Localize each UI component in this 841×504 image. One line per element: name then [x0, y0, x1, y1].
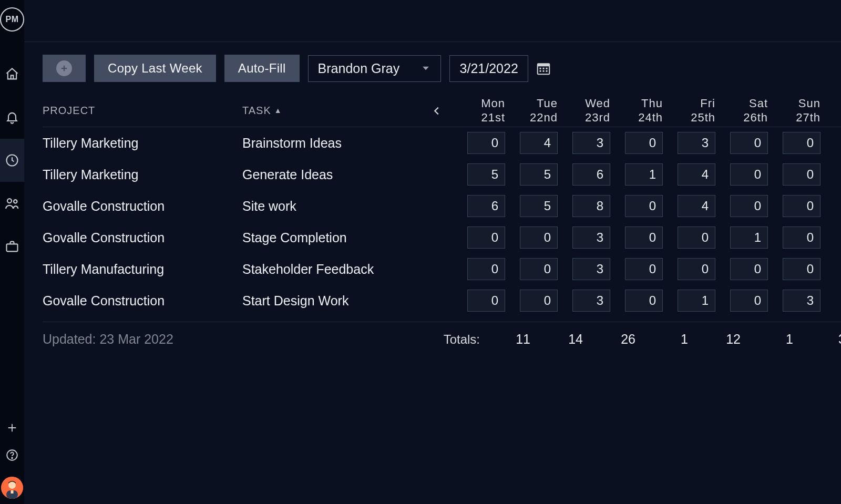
hours-input[interactable]: 0 — [783, 227, 821, 249]
sidebar-bottom — [1, 422, 23, 504]
task-cell: Stage Completion — [242, 230, 421, 245]
day-of-month: 23rd — [558, 111, 610, 125]
hours-input[interactable]: 0 — [467, 227, 505, 249]
nav-home[interactable] — [0, 53, 24, 96]
hours-input[interactable]: 3 — [572, 132, 610, 154]
hours-input[interactable]: 3 — [783, 290, 821, 312]
hours-input[interactable]: 0 — [678, 258, 715, 280]
hours-input[interactable]: 0 — [730, 258, 768, 280]
app-logo: PM — [0, 7, 24, 32]
hours-input[interactable]: 0 — [625, 132, 663, 154]
project-cell: Tillery Marketing — [43, 136, 242, 151]
hours-input[interactable]: 0 — [730, 132, 768, 154]
main-content: Copy Last Week Auto-Fill Brandon Gray 3/… — [25, 0, 841, 504]
project-cell: Govalle Construction — [43, 293, 242, 308]
hours-input[interactable]: 5 — [520, 163, 558, 186]
calendar-button[interactable] — [535, 59, 552, 77]
hours-input[interactable]: 0 — [730, 195, 768, 217]
hours-input[interactable]: 0 — [730, 163, 768, 186]
hours-input[interactable]: 0 — [520, 290, 558, 312]
svg-point-5 — [12, 458, 13, 459]
svg-rect-14 — [546, 68, 548, 69]
svg-rect-12 — [540, 68, 541, 69]
chevron-down-icon — [420, 63, 431, 74]
hours-input[interactable]: 4 — [678, 195, 715, 217]
hours-input[interactable]: 6 — [467, 195, 505, 217]
hours-input[interactable]: 0 — [783, 132, 821, 154]
totals-label: Totals: — [421, 332, 484, 347]
hours-input[interactable]: 1 — [730, 227, 768, 249]
svg-rect-17 — [546, 70, 548, 72]
hours-input[interactable]: 0 — [625, 195, 663, 217]
hours-input[interactable]: 0 — [520, 227, 558, 249]
week-date-input[interactable]: 3/21/2022 — [449, 55, 528, 82]
col-task[interactable]: TASK ▲ — [242, 105, 421, 117]
day-header: Sat26th — [715, 97, 768, 125]
svg-rect-9 — [11, 490, 14, 493]
nav-add[interactable] — [6, 422, 18, 434]
hours-input[interactable]: 0 — [467, 132, 505, 154]
hours-input[interactable]: 8 — [572, 195, 610, 217]
hours-input[interactable]: 0 — [467, 290, 505, 312]
hours-input[interactable]: 5 — [467, 163, 505, 186]
col-project[interactable]: PROJECT — [43, 105, 242, 117]
hours-input[interactable]: 0 — [467, 258, 505, 280]
total-value: 11 — [484, 332, 537, 347]
hours-input[interactable]: 0 — [730, 290, 768, 312]
day-of-month: 24th — [610, 111, 663, 125]
day-of-week: Wed — [558, 97, 610, 110]
sort-asc-icon: ▲ — [274, 106, 282, 115]
day-of-week: Mon — [453, 97, 505, 110]
nav-notifications[interactable] — [0, 96, 24, 139]
nav-help[interactable] — [5, 448, 19, 462]
user-select[interactable]: Brandon Gray — [308, 55, 442, 82]
svg-rect-11 — [538, 64, 550, 66]
chevron-left-icon — [431, 105, 443, 117]
hours-input[interactable]: 0 — [783, 163, 821, 186]
hours-input[interactable]: 5 — [520, 195, 558, 217]
add-row-button[interactable] — [43, 55, 86, 82]
day-of-week: Sat — [715, 97, 768, 110]
project-cell: Govalle Construction — [43, 230, 242, 245]
hours-input[interactable]: 0 — [625, 258, 663, 280]
nav-team[interactable] — [0, 182, 24, 225]
task-cell: Site work — [242, 199, 421, 214]
table-row: Govalle ConstructionStage Completion0030… — [43, 222, 841, 253]
auto-fill-button[interactable]: Auto-Fill — [224, 55, 300, 82]
total-value: 12 — [694, 332, 747, 347]
people-icon — [4, 196, 20, 211]
hours-input[interactable]: 1 — [678, 290, 715, 312]
hours-input[interactable]: 6 — [572, 163, 610, 186]
hours-input[interactable]: 0 — [520, 258, 558, 280]
hours-input[interactable]: 0 — [625, 290, 663, 312]
hours-input[interactable]: 3 — [678, 132, 715, 154]
nav-projects[interactable] — [0, 225, 24, 268]
prev-week-button[interactable] — [421, 105, 453, 117]
hours-input[interactable]: 3 — [572, 290, 610, 312]
table-row: Govalle ConstructionSite work6580400 — [43, 190, 841, 222]
hours-input[interactable]: 3 — [572, 258, 610, 280]
day-of-week: Fri — [663, 97, 715, 110]
user-avatar[interactable] — [1, 477, 23, 499]
hours-input[interactable]: 0 — [783, 258, 821, 280]
day-of-month: 22nd — [505, 111, 558, 125]
hours-input[interactable]: 4 — [678, 163, 715, 186]
hours-input[interactable]: 0 — [625, 227, 663, 249]
hours-input[interactable]: 1 — [625, 163, 663, 186]
day-of-week: Tue — [505, 97, 558, 110]
svg-rect-16 — [543, 70, 545, 72]
copy-last-week-button[interactable]: Copy Last Week — [94, 55, 216, 82]
clock-icon — [5, 153, 19, 168]
hours-input[interactable]: 0 — [678, 227, 715, 249]
day-header: Sun27th — [768, 97, 821, 125]
avatar-icon — [1, 477, 23, 499]
hours-input[interactable]: 4 — [520, 132, 558, 154]
topbar — [25, 0, 841, 42]
user-select-value: Brandon Gray — [318, 61, 400, 76]
hours-input[interactable]: 0 — [783, 195, 821, 217]
hours-input[interactable]: 3 — [572, 227, 610, 249]
task-cell: Start Design Work — [242, 293, 421, 308]
day-header: Tue22nd — [505, 97, 558, 125]
table-row: Govalle ConstructionStart Design Work003… — [43, 285, 841, 316]
nav-timesheet[interactable] — [0, 139, 24, 182]
